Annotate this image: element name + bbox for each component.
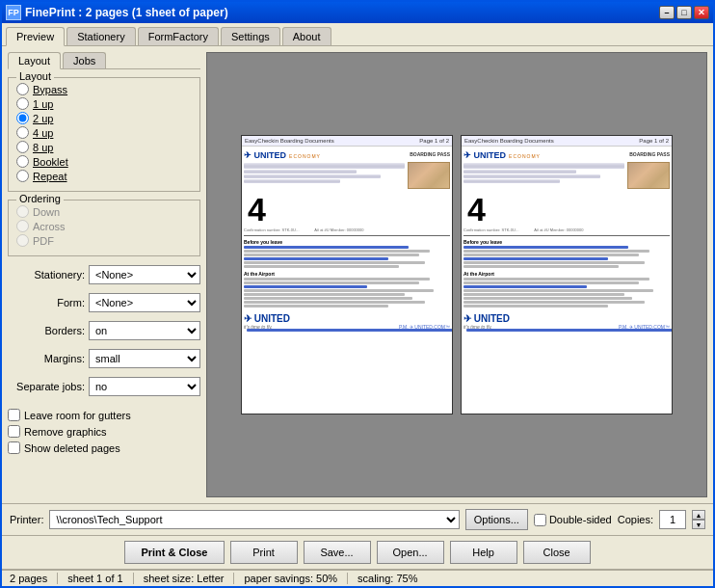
page1-header: EasyCheckin Boarding Documents Page 1 of… xyxy=(242,136,452,147)
separate-jobs-select[interactable]: no xyxy=(89,377,200,396)
tab-stationery[interactable]: Stationery xyxy=(66,27,136,45)
airport-lines xyxy=(244,278,450,307)
help-button[interactable]: Help xyxy=(450,541,517,564)
sub-tab-bar: Layout Jobs xyxy=(8,52,200,69)
show-deleted-checkbox-row[interactable]: Show deleted pages xyxy=(8,441,200,455)
content-area: Layout Jobs Layout Bypass 1 up 2 up xyxy=(2,46,713,503)
window-close-button[interactable]: ✕ xyxy=(694,6,709,19)
show-deleted-label: Show deleted pages xyxy=(24,442,120,454)
print-button[interactable]: Print xyxy=(230,541,298,564)
tab-preview[interactable]: Preview xyxy=(6,27,65,46)
double-sided-checkbox[interactable] xyxy=(534,514,546,526)
margins-select[interactable]: small xyxy=(89,349,200,368)
margins-row: Margins: small xyxy=(8,349,200,368)
footer-logo-2: ✈ UNITED it's time to fly. xyxy=(463,313,510,330)
close-action-button[interactable]: Close xyxy=(523,541,591,564)
radio-across: Across xyxy=(16,219,192,233)
printer-select[interactable]: \\cronos\Tech_Support xyxy=(49,510,459,529)
title-bar: FP FinePrint : 2 pages (1 sheet of paper… xyxy=(2,2,713,23)
main-tab-bar: Preview Stationery FormFactory Settings … xyxy=(2,23,713,46)
radio-down: Down xyxy=(16,204,192,219)
separate-jobs-label: Separate jobs: xyxy=(8,381,85,392)
tab-about[interactable]: About xyxy=(282,27,331,45)
gate-number-2: 4 xyxy=(467,193,670,226)
photo-block-1 xyxy=(408,162,450,189)
app-icon: FP xyxy=(6,5,21,20)
double-sided-label: Double-sided xyxy=(549,514,612,525)
gutters-checkbox-row[interactable]: Leave room for gutters xyxy=(8,408,200,422)
window-title: FinePrint : 2 pages (1 sheet of paper) xyxy=(25,6,659,19)
status-bar: 2 pages sheet 1 of 1 sheet size: Letter … xyxy=(2,569,713,586)
layout-group: Layout Bypass 1 up 2 up 4 up xyxy=(8,77,200,192)
photo-block-2 xyxy=(627,162,670,189)
page-preview-2: EasyCheckin Boarding Documents Page 1 of… xyxy=(461,135,673,414)
before-leave-lines-2 xyxy=(463,246,670,268)
tab-settings[interactable]: Settings xyxy=(221,27,280,45)
status-pages: 2 pages xyxy=(10,573,58,584)
borders-label: Borders: xyxy=(8,325,85,336)
gutters-checkbox[interactable] xyxy=(8,409,20,421)
copies-down-button[interactable]: ▼ xyxy=(692,520,705,529)
remove-graphics-checkbox[interactable] xyxy=(8,425,20,438)
open-button[interactable]: Open... xyxy=(377,541,444,564)
stationery-label: Stationery: xyxy=(8,269,85,281)
remove-graphics-checkbox-row[interactable]: Remove graphics xyxy=(8,424,200,439)
before-leave-lines xyxy=(244,246,450,268)
borders-select[interactable]: on xyxy=(89,321,200,340)
tab-jobs[interactable]: Jobs xyxy=(63,52,106,68)
copies-spinner: ▲ ▼ xyxy=(692,510,705,529)
gate-number-1: 4 xyxy=(248,193,450,226)
printer-bar: Printer: \\cronos\Tech_Support Options..… xyxy=(2,503,713,535)
preview-panel: EasyCheckin Boarding Documents Page 1 of… xyxy=(206,52,707,497)
radio-pdf: PDF xyxy=(16,233,192,248)
borders-row: Borders: on xyxy=(8,321,200,340)
copies-input[interactable] xyxy=(659,510,686,529)
left-panel: Layout Jobs Layout Bypass 1 up 2 up xyxy=(8,52,200,497)
stationery-select[interactable]: <None> xyxy=(89,265,200,284)
united-logo-2: ✈ UNITED ECONOMY xyxy=(463,148,541,160)
status-savings: paper savings: 50% xyxy=(234,573,348,584)
layout-group-title: Layout xyxy=(16,70,54,82)
tab-formfactory[interactable]: FormFactory xyxy=(138,27,219,45)
status-sheet: sheet 1 of 1 xyxy=(58,573,134,584)
save-button[interactable]: Save... xyxy=(304,541,371,564)
show-deleted-checkbox[interactable] xyxy=(8,441,20,454)
page2-content: ✈ UNITED ECONOMY BOARDING PASS xyxy=(462,147,672,336)
radio-1up[interactable]: 1 up xyxy=(16,96,192,111)
copies-label: Copies: xyxy=(618,514,653,525)
radio-bypass[interactable]: Bypass xyxy=(16,82,192,96)
ordering-group: Ordering Down Across PDF xyxy=(8,200,200,256)
copies-up-button[interactable]: ▲ xyxy=(692,510,705,520)
remove-graphics-label: Remove graphics xyxy=(24,426,107,438)
options-button[interactable]: Options... xyxy=(465,509,528,530)
minimize-button[interactable]: – xyxy=(659,6,675,19)
status-scaling: scaling: 75% xyxy=(348,573,427,584)
radio-4up[interactable]: 4 up xyxy=(16,125,192,140)
separate-jobs-row: Separate jobs: no xyxy=(8,377,200,396)
airport-lines-2 xyxy=(463,278,670,307)
url-line-2 xyxy=(466,329,673,332)
action-bar: Print & Close Print Save... Open... Help… xyxy=(2,535,713,569)
window-controls: – □ ✕ xyxy=(659,6,709,19)
gutters-label: Leave room for gutters xyxy=(24,410,131,421)
radio-2up[interactable]: 2 up xyxy=(16,111,192,125)
page-preview-1: EasyCheckin Boarding Documents Page 1 of… xyxy=(241,135,453,414)
margins-label: Margins: xyxy=(8,353,85,364)
united-logo-1: ✈ UNITED ECONOMY xyxy=(244,148,321,160)
radio-booklet[interactable]: Booklet xyxy=(16,154,192,169)
page1-content: ✈ UNITED ECONOMY BOARDING PASS xyxy=(242,147,452,336)
print-close-button[interactable]: Print & Close xyxy=(124,541,224,564)
double-sided-row: Double-sided xyxy=(534,514,612,526)
stationery-row: Stationery: <None> xyxy=(8,265,200,284)
radio-repeat[interactable]: Repeat xyxy=(16,169,192,183)
ordering-group-title: Ordering xyxy=(16,193,64,204)
radio-8up[interactable]: 8 up xyxy=(16,140,192,154)
main-window: FP FinePrint : 2 pages (1 sheet of paper… xyxy=(0,0,715,588)
tab-layout[interactable]: Layout xyxy=(8,52,61,69)
form-label: Form: xyxy=(8,297,85,308)
maximize-button[interactable]: □ xyxy=(676,6,692,19)
preview-area: EasyCheckin Boarding Documents Page 1 of… xyxy=(207,53,706,496)
footer-logo-1: ✈ UNITED it's time to fly. xyxy=(244,313,290,330)
checkboxes-section: Leave room for gutters Remove graphics S… xyxy=(8,408,200,455)
form-select[interactable]: <None> xyxy=(89,293,200,312)
